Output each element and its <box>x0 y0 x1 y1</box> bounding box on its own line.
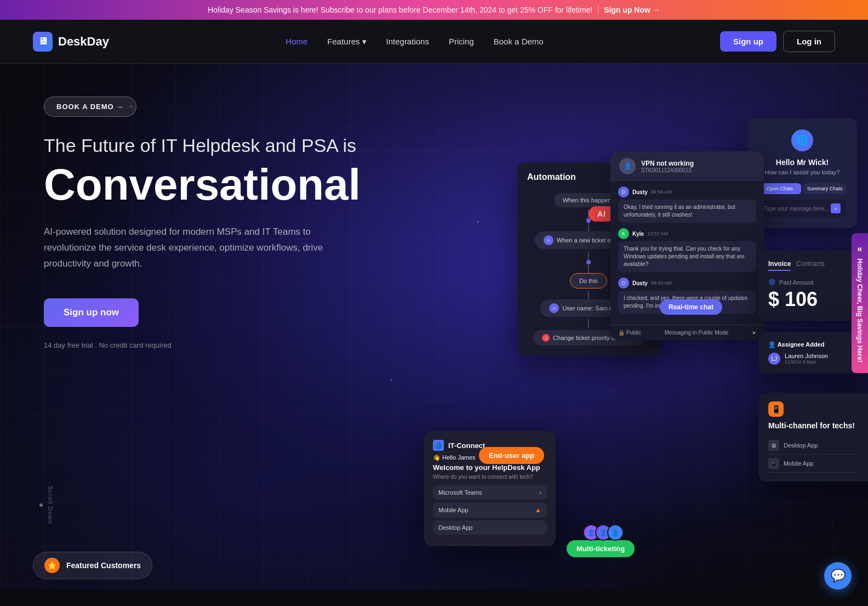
warning-icon: ▲ <box>535 506 541 514</box>
chat-msg-avatar-dusty-2: D <box>618 277 629 288</box>
invoice-amount: $ 106 <box>768 288 858 311</box>
wick-tabs: Open Chats Summary Chats <box>758 183 846 194</box>
invoice-tab-active[interactable]: Invoice <box>768 260 791 271</box>
chevron-down-icon: ▾ <box>362 37 367 47</box>
chat-fab-button[interactable]: 💬 <box>824 562 852 590</box>
connector-4 <box>588 264 589 273</box>
critical-icon: ⚠ <box>542 334 550 342</box>
badge-realtime: Real-time chat <box>660 299 722 315</box>
chat-msg-header-3: D Dusty 09:43 AM <box>618 277 756 288</box>
invoice-label: 🔵 Paid Amount <box>768 279 858 286</box>
chat-msg-name-2: Kyle <box>632 231 644 237</box>
connector-2 <box>588 223 589 231</box>
banner-text: Holiday Season Savings is here! Subscrib… <box>208 5 592 14</box>
assignee-name: Lauren Johnson <box>785 353 828 359</box>
book-demo-button[interactable]: BOOK A DEMO → <box>44 97 136 117</box>
holiday-sidebar-text: Holiday Cheer, Big Savings Here! <box>856 258 864 362</box>
holiday-chevron-icon: « <box>858 244 863 254</box>
badge-enduser: End-user app <box>479 447 544 464</box>
chat-msg-bubble-2: Thank you for trying that. Can you check… <box>618 241 756 272</box>
nav-features[interactable]: Features ▾ <box>327 37 366 47</box>
mc-option-desktop: 🖥 Desktop App <box>768 437 858 455</box>
wick-input-placeholder: Type your message here... <box>764 206 829 212</box>
sam-avatar-icon: A <box>549 303 559 313</box>
chat-public-bar: 🔒 Public Messaging in Public Mode ➤ <box>610 325 764 340</box>
hero-title: Conversational <box>44 161 384 209</box>
assignee-avatar: LJ <box>768 353 780 365</box>
invoice-tabs: Invoice Contracts <box>768 260 858 271</box>
itconnect-option-desktop[interactable]: Desktop App <box>433 520 547 535</box>
chat-ticket-info: VPN not working STK0011124000013 <box>641 160 694 173</box>
chat-header: 👤 VPN not working STK0011124000013 <box>610 151 764 181</box>
chat-ticket-id: STK0011124000013 <box>641 167 694 173</box>
nav-links: Home Features ▾ Integrations Pricing Boo… <box>285 37 543 47</box>
scroll-label: Scroll Down <box>47 486 54 524</box>
wick-input[interactable]: Type your message here... ➤ <box>758 200 846 217</box>
chat-msg-header-2: K Kyle 10:57 AM <box>618 228 756 239</box>
connector-6 <box>588 319 589 328</box>
chat-msg-time-3: 09:43 AM <box>651 280 672 286</box>
itconnect-welcome: Welcome to your HelpDesk App <box>433 463 547 472</box>
chat-msg-name-3: Dusty <box>632 280 648 286</box>
wick-tab-open[interactable]: Open Chats <box>758 183 801 194</box>
chat-msg-name-1: Dusty <box>632 189 648 195</box>
holiday-sidebar[interactable]: « Holiday Cheer, Big Savings Here! <box>852 233 868 373</box>
hero-section: BOOK A DEMO → The Future of IT Helpdesk … <box>0 64 868 590</box>
chat-msg-time-2: 10:57 AM <box>647 231 668 236</box>
hero-signup-button[interactable]: Sign up now <box>44 298 139 327</box>
wick-tab-summary[interactable]: Summary Chats <box>803 183 846 194</box>
chat-msg-avatar-dusty-1: D <box>618 186 629 197</box>
hello-wick-card: 🌐 Hello Mr Wick! How can I assist you to… <box>747 118 857 228</box>
nav-pricing[interactable]: Pricing <box>449 37 474 46</box>
itconnect-name: IT-Connect <box>448 441 485 450</box>
connector-3 <box>588 251 589 260</box>
scroll-dot <box>39 503 43 507</box>
chat-msg-bubble-1: Okay, I tried running it as an administr… <box>618 200 756 223</box>
dollar-icon: 🔵 <box>768 279 776 286</box>
logo-text: DeskDay <box>58 35 109 49</box>
trial-text: 14 day free trial . No credit card requi… <box>44 341 384 349</box>
nav-integrations[interactable]: Integrations <box>386 37 429 46</box>
assignee-label: 👤 Assignee Added <box>768 341 858 348</box>
chat-msg-header-1: D Dusty 09:54 AM <box>618 186 756 197</box>
nav-book-demo[interactable]: Book a Demo <box>494 37 544 46</box>
send-icon[interactable]: ➤ <box>752 330 756 336</box>
chat-ticket-avatar: 👤 <box>619 158 636 174</box>
multichannel-title: Multi-channel for techs! <box>768 421 858 430</box>
hero-content: BOOK A DEMO → The Future of IT Helpdesk … <box>44 97 384 349</box>
logo[interactable]: 🖥 DeskDay <box>33 32 109 52</box>
itconnect-logo-icon: 🔵 <box>433 440 444 451</box>
nav-home[interactable]: Home <box>285 37 307 46</box>
avatar-3: 👤 <box>607 524 624 541</box>
assignee-info: LJ Lauren Johnson 11/9/24 9:8am <box>768 353 858 365</box>
chat-public-label: 🔒 Public <box>618 330 641 336</box>
itconnect-option-teams[interactable]: Microsoft Teams › <box>433 485 547 500</box>
scroll-down: Scroll Down <box>39 486 54 524</box>
user-avatar-icon: A <box>544 235 553 245</box>
featured-customers[interactable]: ⭐ Featured Customers <box>33 552 152 579</box>
itconnect-option-mobile[interactable]: Mobile App ▲ <box>433 502 547 518</box>
hero-subtitle: The Future of IT Helpdesk and PSA is <box>44 133 384 157</box>
avatar-stack: 👤 👤 👤 <box>583 524 624 541</box>
hero-description: AI-powered solution designed for modern … <box>44 224 329 272</box>
chat-msg-time-1: 09:54 AM <box>651 189 672 195</box>
wick-avatar: 🌐 <box>791 129 813 151</box>
badge-multiticketing: Multi-ticketing <box>567 540 635 557</box>
automation-step-3: Do this <box>570 273 607 288</box>
assignee-details: Lauren Johnson 11/9/24 9:8am <box>785 353 828 365</box>
wick-assist: How can I assist you today? <box>758 169 846 175</box>
nav-login-button[interactable]: Log in <box>783 31 835 52</box>
chat-message-2: K Kyle 10:57 AM Thank you for trying tha… <box>618 228 756 272</box>
navbar: 🖥 DeskDay Home Features ▾ Integrations P… <box>0 20 868 64</box>
nav-actions: Sign up Log in <box>720 31 835 52</box>
invoice-tab-contracts[interactable]: Contracts <box>796 260 824 271</box>
desktop-icon: 🖥 <box>768 440 779 451</box>
nav-signup-button[interactable]: Sign up <box>720 31 776 52</box>
featured-customers-label: Featured Customers <box>66 561 141 570</box>
wick-hello: Hello Mr Wick! <box>758 158 846 167</box>
chevron-right-icon: › <box>539 489 541 496</box>
banner-cta[interactable]: Sign up Now → <box>604 5 660 14</box>
banner-divider <box>598 5 598 14</box>
multichannel-icon: 📱 <box>768 401 784 417</box>
mc-option-mobile: 📱 Mobile App <box>768 455 858 473</box>
